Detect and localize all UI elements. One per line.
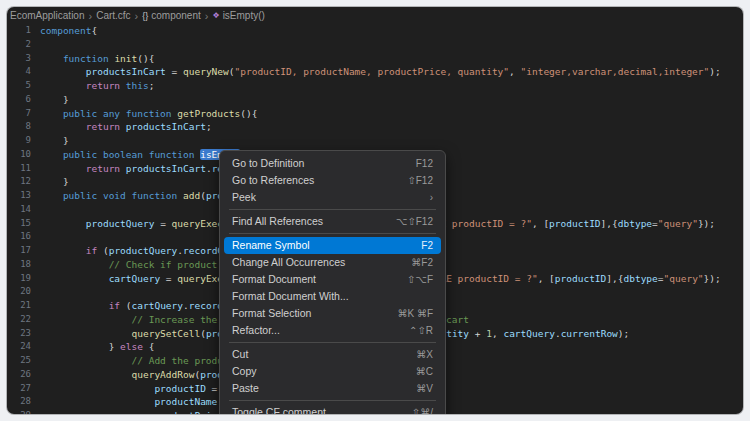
line-number: 28 <box>7 395 40 409</box>
code-text: return this; <box>40 79 154 93</box>
code-line[interactable]: 2 <box>7 38 743 52</box>
line-number: 25 <box>7 354 40 368</box>
breadcrumb: EcomApplication›Cart.cfc›{}component›❖is… <box>7 7 743 24</box>
menu-item-shortcut: ⌘K ⌘F <box>397 305 433 322</box>
code-line[interactable]: 4 productsInCart = queryNew("productID, … <box>7 65 743 79</box>
menu-item-shortcut: ⌃⇧R <box>409 322 433 339</box>
menu-item-label: Format Selection <box>232 305 311 322</box>
menu-item-go-to-definition[interactable]: Go to DefinitionF12 <box>224 155 441 172</box>
code-line[interactable]: 6 } <box>7 93 743 107</box>
line-number: 26 <box>7 368 40 382</box>
menu-item-format-document[interactable]: Format Document⇧⌥F <box>224 271 441 288</box>
menu-item-format-selection[interactable]: Format Selection⌘K ⌘F <box>224 305 441 322</box>
line-number: 24 <box>7 340 40 354</box>
menu-item-shortcut: ⌘C <box>416 363 433 380</box>
line-number: 29 <box>7 409 40 414</box>
menu-item-refactor[interactable]: Refactor...⌃⇧R <box>224 322 441 339</box>
line-number: 15 <box>7 217 40 231</box>
line-number: 23 <box>7 327 40 341</box>
breadcrumb-label: component <box>151 10 200 21</box>
breadcrumb-item-cart-cfc[interactable]: Cart.cfc <box>96 10 130 21</box>
menu-separator <box>229 342 436 343</box>
line-number: 1 <box>7 24 40 38</box>
line-number: 2 <box>7 38 40 52</box>
menu-item-shortcut: F2 <box>421 237 433 254</box>
menu-item-shortcut: ⇧⌘/ <box>412 404 433 414</box>
menu-item-paste[interactable]: Paste⌘V <box>224 380 441 397</box>
menu-item-shortcut: ⌘V <box>416 380 433 397</box>
menu-item-find-all-references[interactable]: Find All References⌥⇧F12 <box>224 213 441 230</box>
code-text: productsInCart = queryNew("productID, pr… <box>40 65 721 79</box>
menu-item-label: Toggle CF comment <box>232 404 326 414</box>
code-line[interactable]: 7 public any function getProducts(){ <box>7 107 743 121</box>
menu-item-label: Change All Occurrences <box>232 254 345 271</box>
menu-item-cut[interactable]: Cut⌘X <box>224 346 441 363</box>
symbol-method-icon: ❖ <box>212 11 219 20</box>
code-line[interactable]: 9 } <box>7 134 743 148</box>
breadcrumb-item-ecomapplication[interactable]: EcomApplication <box>10 10 84 21</box>
line-number: 7 <box>7 107 40 121</box>
code-text: function init(){ <box>40 52 154 66</box>
code-line[interactable]: 5 return this; <box>7 79 743 93</box>
menu-item-label: Format Document With... <box>232 288 349 305</box>
menu-item-peek[interactable]: Peek› <box>224 189 441 206</box>
line-number: 9 <box>7 134 40 148</box>
menu-item-label: Refactor... <box>232 322 280 339</box>
menu-item-label: Go to References <box>232 172 314 189</box>
code-text: } <box>40 175 69 189</box>
line-number: 6 <box>7 93 40 107</box>
line-number: 16 <box>7 230 40 244</box>
line-number: 3 <box>7 52 40 66</box>
breadcrumb-label: Cart.cfc <box>96 10 130 21</box>
line-number: 19 <box>7 272 40 286</box>
line-number: 20 <box>7 285 40 299</box>
breadcrumb-label: EcomApplication <box>10 10 84 21</box>
breadcrumb-item-isempty[interactable]: ❖isEmpty() <box>212 10 264 21</box>
menu-separator <box>229 209 436 210</box>
line-number: 10 <box>7 148 40 162</box>
menu-item-shortcut: ⌘F2 <box>411 254 433 271</box>
menu-item-label: Find All References <box>232 213 323 230</box>
line-number: 14 <box>7 203 40 217</box>
line-number: 4 <box>7 65 40 79</box>
code-text: } <box>40 93 69 107</box>
symbol-namespace-icon: {} <box>142 11 148 21</box>
code-line[interactable]: 1component{ <box>7 24 743 38</box>
breadcrumb-separator-icon: › <box>135 11 139 21</box>
breadcrumb-separator-icon: › <box>88 11 92 21</box>
line-number: 12 <box>7 175 40 189</box>
menu-item-format-document-with[interactable]: Format Document With... <box>224 288 441 305</box>
menu-item-change-all-occurrences[interactable]: Change All Occurrences⌘F2 <box>224 254 441 271</box>
menu-separator <box>229 233 436 234</box>
context-menu: Go to DefinitionF12Go to References⇧F12P… <box>219 150 446 414</box>
menu-item-copy[interactable]: Copy⌘C <box>224 363 441 380</box>
line-number: 18 <box>7 258 40 272</box>
breadcrumb-separator-icon: › <box>205 11 209 21</box>
menu-item-shortcut: ⌥⇧F12 <box>396 213 433 230</box>
code-text: return productsInCart; <box>40 120 212 134</box>
breadcrumb-label: isEmpty() <box>223 10 265 21</box>
code-text: } <box>40 134 69 148</box>
menu-separator <box>229 400 436 401</box>
menu-item-label: Rename Symbol <box>232 237 310 254</box>
menu-item-shortcut: ⇧F12 <box>407 172 433 189</box>
line-number: 11 <box>7 162 40 176</box>
line-number: 8 <box>7 120 40 134</box>
menu-item-toggle-cf-comment[interactable]: Toggle CF comment⇧⌘/ <box>224 404 441 414</box>
menu-item-label: Copy <box>232 363 257 380</box>
menu-item-rename-symbol[interactable]: Rename SymbolF2 <box>224 237 441 254</box>
code-text: component{ <box>40 24 97 38</box>
code-line[interactable]: 8 return productsInCart; <box>7 120 743 134</box>
line-number: 27 <box>7 382 40 396</box>
line-number: 17 <box>7 244 40 258</box>
editor-window: EcomApplication›Cart.cfc›{}component›❖is… <box>7 7 743 414</box>
line-number: 13 <box>7 189 40 203</box>
menu-item-go-to-references[interactable]: Go to References⇧F12 <box>224 172 441 189</box>
breadcrumb-item-component[interactable]: {}component <box>142 10 201 21</box>
submenu-chevron-icon: › <box>430 189 433 206</box>
code-line[interactable]: 3 function init(){ <box>7 52 743 66</box>
screenshot-frame: EcomApplication›Cart.cfc›{}component›❖is… <box>0 0 750 421</box>
line-number: 22 <box>7 313 40 327</box>
code-text: public any function getProducts(){ <box>40 107 257 121</box>
line-number: 21 <box>7 299 40 313</box>
